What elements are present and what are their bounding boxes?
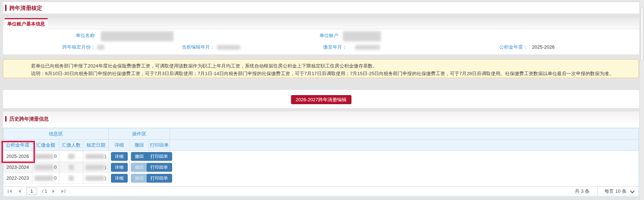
col-header-amount: 汇缴金额 [32,140,59,151]
cell-amount: 0 [32,173,59,184]
col-header-date: 核定日期 [83,140,109,151]
cell-detail: 详细 [109,151,130,162]
cell-amount: 0 [32,151,59,162]
page: 跨年清册核定 单位账户基本信息 单位名称 单位账户 跨年核定月份： 当前编辑年月… [0,0,644,200]
people-masked [69,176,74,181]
amount-masked [35,165,53,170]
group-header-ops: 操作区 [109,128,170,139]
amount-suffix: 0 [54,175,56,181]
cell-detail: 详细 [109,173,130,184]
cross-year-edit-button[interactable]: 2026-2027跨年清册编辑 [291,95,351,104]
page-number-input[interactable] [26,188,37,195]
history-accent-bar [5,116,7,122]
col-header-print: 打印回单 [149,140,170,151]
date-suffix: ) [105,164,106,170]
col-header-revoke: 撤回 [130,140,149,151]
date-masked [86,154,104,159]
cell-detail: 详细 [109,162,130,173]
detail-button[interactable]: 详细 [111,163,128,172]
chevron-down-icon [630,188,635,193]
cell-date: ) [83,173,109,184]
title-accent-bar [5,5,7,11]
print-receipt-button[interactable]: 打印回单 [147,174,172,183]
cell-fund-year: 2023-2024 [3,162,32,173]
detail-button[interactable]: 详细 [111,152,128,161]
paid-through-label: 缴至年月： [297,44,347,50]
company-account-value-masked [343,31,381,41]
revoke-button-disabled: 撤回 [131,174,148,183]
page-title-bar: 跨年清册核定 [3,2,639,13]
group-header-info: 信息区 [3,128,109,139]
verify-month-label: 跨年核定月份： [44,44,95,50]
cell-revoke: 撤回 [130,173,149,184]
print-receipt-button[interactable]: 打印回单 [147,152,172,161]
current-edit-month-value-masked [217,45,240,50]
notice-line-1: 若单位已向税务部门申报了2024年度社会保险费缴费工资，可调取使用该数据作为职工… [31,63,377,69]
cell-print: 打印回单 [149,162,170,173]
revoke-button[interactable]: 撤回 [131,152,148,161]
amount-masked [35,176,53,181]
cell-print: 打印回单 [149,151,170,162]
revoke-button-disabled: 撤回 [131,163,148,172]
people-masked [69,165,74,170]
date-masked [86,176,104,181]
verify-month-value-masked [97,45,104,50]
date-masked [86,165,104,170]
amount-masked [35,154,53,159]
cell-people [59,151,83,162]
date-suffix: ) [105,154,106,159]
cell-fund-year: 2022-2023 [3,173,32,184]
total-count-label: 共 3 条 [567,188,597,195]
company-name-label: 单位名称 [58,33,95,38]
cell-revoke: 撤回 [130,162,149,173]
detail-button[interactable]: 详细 [111,174,128,183]
first-page-icon[interactable] [8,189,12,193]
current-edit-month-label: 当前编辑年月： [164,44,215,50]
tab-row: 单位账户基本信息 [3,18,639,29]
cell-print: 打印回单 [149,173,170,184]
people-masked [68,154,75,159]
fund-year-value: 2025-2026 [532,44,554,50]
table-row: 2025-2026 0 ) 详细 撤回 打印回单 [3,151,639,162]
notice-box: 若单位已向税务部门申报了2024年度社会保险费缴费工资，可调取使用该数据作为职工… [3,59,639,78]
vertical-scrollbar-track[interactable] [639,0,644,200]
next-page-icon[interactable] [52,189,56,193]
table-group-header-row: 信息区 操作区 [3,128,639,140]
col-header-detail: 详细 [109,140,130,151]
history-panel: 历史跨年清册信息 信息区 操作区 公积金年度 汇缴金额 汇缴人数 核定日期 详细… [3,111,639,197]
print-receipt-button[interactable]: 打印回单 [147,163,172,172]
cell-people [59,173,83,184]
cell-amount: 0 [32,162,59,173]
history-table: 信息区 操作区 公积金年度 汇缴金额 汇缴人数 核定日期 详细 撤回 打印回单 … [3,128,639,196]
cell-date: ) [83,151,109,162]
pagination-bar: / 1 共 3 条 每页 10 条 [3,186,639,196]
col-header-fund-year: 公积金年度 [3,140,32,151]
cell-revoke: 撤回 [130,151,149,162]
table-column-header-row: 公积金年度 汇缴金额 汇缴人数 核定日期 详细 撤回 打印回单 [3,140,639,151]
page-size-selector[interactable]: 每页 10 条 [597,187,639,196]
company-account-label: 单位账户 [302,33,338,38]
table-row: 2022-2023 0 ) 详细 撤回 打印回单 [3,173,639,184]
paid-through-value-masked [355,45,380,50]
pagination-summary: 共 3 条 每页 10 条 [567,187,639,196]
amount-suffix: 0 [54,154,56,159]
amount-suffix: 0 [54,164,56,170]
table-row: 2023-2024 0 ) 详细 撤回 打印回单 [3,162,639,173]
notice-line-2: 说明：6月10日-30日向税务部门申报的社保缴费工资，可于7月3日后调取使用；7… [31,70,614,77]
prev-page-icon[interactable] [17,189,21,193]
col-header-people: 汇缴人数 [59,140,83,151]
vertical-scrollbar-thumb[interactable] [640,7,644,61]
page-total-label: / 1 [42,189,47,194]
fund-year-label: 公积金年度： [477,44,528,50]
pagination-controls: / 1 [3,188,65,195]
tab-account-basic-info[interactable]: 单位账户基本信息 [5,18,48,29]
action-strip: 2026-2027跨年清册编辑 [3,90,639,108]
company-name-value-masked [101,31,174,41]
page-size-label: 每页 10 条 [604,188,627,195]
last-page-icon[interactable] [61,189,65,193]
page-title: 跨年清册核定 [9,2,42,13]
history-title: 历史跨年清册信息 [9,116,49,122]
cell-date: ) [83,162,109,173]
account-info-panel: 单位账户基本信息 单位名称 单位账户 跨年核定月份： 当前编辑年月： 缴至年月：… [3,18,639,54]
cell-fund-year: 2025-2026 [3,151,32,162]
